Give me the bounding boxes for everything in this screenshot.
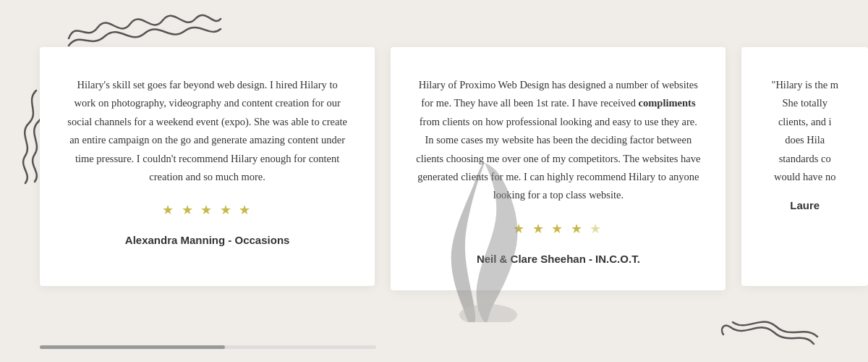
deco-brush-stroke-icon	[427, 156, 571, 322]
testimonial-text-3: "Hilary is the m She totally clients, an…	[767, 76, 843, 186]
testimonial-card-1: Hilary's skill set goes far beyond web d…	[40, 47, 375, 286]
page-container: Hilary's skill set goes far beyond web d…	[0, 0, 868, 362]
scroll-bar-fill	[40, 345, 225, 349]
author-1: Alexandra Manning - Occasions	[65, 234, 349, 246]
testimonial-card-3: "Hilary is the m She totally clients, an…	[741, 47, 868, 286]
deco-bottom-right-icon	[720, 316, 821, 349]
star-rating-1: ★ ★ ★ ★ ★	[65, 202, 349, 218]
author-3: Laure	[767, 199, 843, 211]
testimonial-text-1: Hilary's skill set goes far beyond web d…	[65, 76, 349, 186]
deco-top-left-icon	[61, 6, 213, 53]
scroll-bar-container[interactable]	[40, 345, 376, 349]
